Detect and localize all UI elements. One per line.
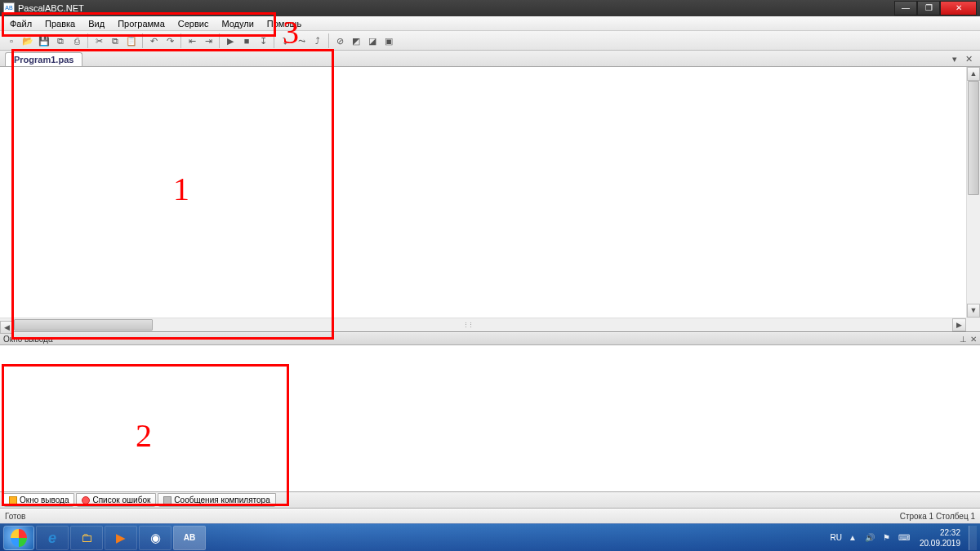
toolbar-watch3-button[interactable]: ▣: [381, 33, 396, 49]
taskbar-clock[interactable]: 22:32 20.09.2019: [916, 526, 964, 550]
menu-program[interactable]: Программа: [111, 17, 172, 30]
scroll-up-icon[interactable]: ▲: [967, 67, 980, 81]
editor-scrollbar-horizontal[interactable]: ◀ ⋮⋮ ▶: [0, 318, 966, 331]
toolbar-step-into-button[interactable]: ⤵: [278, 33, 292, 49]
code-editor[interactable]: [0, 67, 980, 331]
bottom-tab-label: Окно вывода: [20, 495, 69, 504]
menu-modules[interactable]: Модули: [215, 17, 260, 30]
menu-service[interactable]: Сервис: [172, 17, 216, 30]
toolbar-paste-button[interactable]: 📋: [124, 33, 139, 49]
editor-tabstrip: Program1.pas ▾ ✕: [0, 51, 980, 67]
taskbar-app-explorer[interactable]: 🗀: [70, 526, 103, 550]
editor-scrollbar-vertical[interactable]: ▲ ▼: [966, 67, 980, 318]
language-indicator[interactable]: RU: [831, 533, 842, 542]
menu-view[interactable]: Вид: [82, 17, 111, 30]
toolbar-step-button[interactable]: ↧: [256, 33, 270, 49]
bottom-tab-errors[interactable]: Список ошибок: [76, 493, 156, 507]
toolbar-separator: [142, 33, 143, 48]
menu-help[interactable]: Помощь: [261, 17, 309, 30]
clock-date: 20.09.2019: [920, 538, 960, 549]
output-pin-icon[interactable]: ⊥: [960, 335, 967, 344]
output-panel-title: Окно вывода: [3, 335, 52, 344]
taskbar-app-chrome[interactable]: ◉: [139, 526, 172, 550]
editor-area: ▲ ▼ ◀ ⋮⋮ ▶: [0, 67, 980, 332]
toolbar-separator: [87, 33, 88, 48]
toolbar-nav-back-button[interactable]: ⇤: [185, 33, 199, 49]
taskbar-app-media[interactable]: ▶: [105, 526, 137, 550]
scroll-corner: [966, 318, 980, 331]
toolbar-run-button[interactable]: ▶: [223, 33, 238, 49]
statusbar: Готов Строка 1 Столбец 1: [0, 509, 980, 523]
tray-flag-icon[interactable]: ⚑: [881, 533, 892, 542]
scroll-left-icon[interactable]: ◀: [0, 321, 14, 334]
toolbar: ▫📂💾⧉⎙✂⧉📋↶↷⇤⇥▶■↧⤵⤳⤴⊘◩◪▣: [0, 31, 980, 51]
window-title: PascalABC.NET: [18, 3, 84, 13]
messages-icon: [163, 496, 172, 504]
toolbar-undo-button[interactable]: ↶: [146, 33, 161, 49]
tray-input-icon[interactable]: ⌨: [897, 533, 911, 542]
tray-overflow-icon[interactable]: ▲: [847, 533, 858, 542]
scroll-right-icon[interactable]: ▶: [952, 318, 966, 331]
close-button[interactable]: ✕: [940, 1, 977, 16]
titlebar: AB PascalABC.NET — ❐ ✕: [0, 0, 980, 16]
start-button[interactable]: [3, 526, 34, 550]
minimize-button[interactable]: —: [894, 1, 917, 16]
toolbar-open-button[interactable]: 📂: [20, 33, 35, 49]
taskbar-app-pascalabc[interactable]: AB: [173, 526, 206, 550]
windows-logo-icon: [11, 529, 27, 547]
toolbar-step-over-button[interactable]: ⤳: [294, 33, 309, 49]
bottom-tab-label: Сообщения компилятора: [174, 495, 270, 504]
scroll-thumb-horizontal[interactable]: [14, 319, 153, 331]
menu-edit[interactable]: Правка: [38, 17, 82, 30]
bottom-tab-messages[interactable]: Сообщения компилятора: [158, 493, 275, 507]
toolbar-separator: [219, 33, 220, 48]
toolbar-copy-button[interactable]: ⧉: [108, 33, 122, 49]
toolbar-nav-fwd-button[interactable]: ⇥: [201, 33, 216, 49]
menubar: Файл Правка Вид Программа Сервис Модули …: [0, 16, 980, 31]
output-close-icon[interactable]: ✕: [970, 335, 977, 344]
toolbar-step-out-button[interactable]: ⤴: [310, 33, 325, 49]
clock-time: 22:32: [920, 527, 960, 538]
output-icon: [9, 496, 17, 504]
toolbar-separator: [180, 33, 181, 48]
taskbar-app-ie[interactable]: e: [36, 526, 69, 550]
scroll-grip-icon: ⋮⋮: [463, 322, 473, 328]
tab-program1[interactable]: Program1.pas: [5, 52, 82, 66]
toolbar-new-button[interactable]: ▫: [4, 33, 19, 49]
status-cursor-pos: Строка 1 Столбец 1: [900, 512, 975, 521]
toolbar-separator: [274, 33, 274, 48]
tabs-dropdown-icon[interactable]: ▾: [950, 54, 960, 64]
toolbar-separator: [328, 33, 329, 48]
tray-volume-icon[interactable]: 🔊: [863, 533, 876, 542]
toolbar-watch1-button[interactable]: ◩: [349, 33, 363, 49]
app-icon: AB: [3, 2, 15, 14]
tab-close-icon[interactable]: ✕: [963, 54, 975, 64]
bottom-tabstrip: Окно выводаСписок ошибокСообщения компил…: [0, 492, 980, 509]
toolbar-cut-button[interactable]: ✂: [91, 33, 106, 49]
toolbar-stop-button[interactable]: ■: [239, 33, 254, 49]
toolbar-break-button[interactable]: ⊘: [332, 33, 347, 49]
toolbar-save-button[interactable]: 💾: [37, 33, 51, 49]
bottom-tab-label: Список ошибок: [92, 495, 150, 504]
output-panel-header: Окно вывода ⊥ ✕: [0, 332, 980, 345]
output-panel[interactable]: [0, 345, 980, 492]
show-desktop-button[interactable]: [969, 526, 977, 550]
scroll-down-icon[interactable]: ▼: [967, 304, 980, 318]
maximize-button[interactable]: ❐: [917, 1, 940, 16]
menu-file[interactable]: Файл: [3, 17, 38, 30]
toolbar-saveall-button[interactable]: ⧉: [53, 33, 68, 49]
bottom-tab-output[interactable]: Окно вывода: [3, 493, 74, 507]
status-text: Готов: [5, 512, 25, 521]
toolbar-redo-button[interactable]: ↷: [163, 33, 177, 49]
taskbar: e🗀▶◉AB RU ▲ 🔊 ⚑ ⌨ 22:32 20.09.2019: [0, 523, 980, 551]
toolbar-watch2-button[interactable]: ◪: [365, 33, 380, 49]
errors-icon: [82, 496, 90, 504]
toolbar-print-button[interactable]: ⎙: [69, 33, 84, 49]
scroll-thumb-vertical[interactable]: [968, 81, 979, 195]
